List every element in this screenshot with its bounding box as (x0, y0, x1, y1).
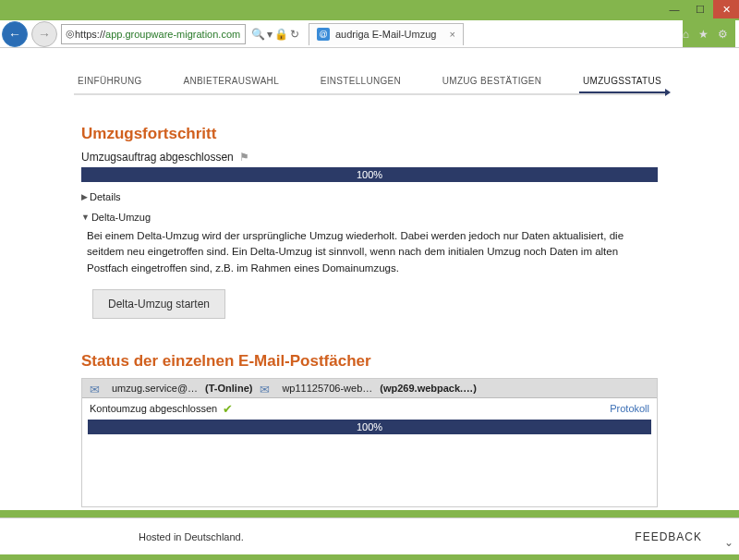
home-icon[interactable]: ⌂ (683, 28, 689, 41)
url-host: app.groupware-migration.com (105, 29, 240, 40)
url-prefix: https:// (75, 29, 105, 40)
from-address: umzug.service@… (112, 383, 198, 394)
progress-status-text: Umzugsauftrag abgeschlossen (81, 151, 234, 164)
mailbox-header: umzug.service@… (T-Online) wp11125706-we… (82, 379, 657, 398)
search-icon[interactable]: 🔍 (251, 28, 265, 41)
step-navigation: EINFÜHRUNG ANBIETERAUSWAHL EINSTELLUNGEN… (74, 48, 665, 95)
mailbox-row: Kontoumzug abgeschlossen ✔ Protokoll (82, 398, 657, 416)
details-toggle[interactable]: ▶ Details (81, 191, 665, 202)
nav-forward-button[interactable]: → (31, 21, 57, 47)
browser-tab[interactable]: @ audriga E-Mail-Umzug × (309, 23, 464, 45)
mailbox-progress-bar: 100% (88, 420, 651, 434)
from-provider: (T-Online) (205, 383, 252, 394)
hosted-text: Hosted in Deutschland. (139, 531, 244, 542)
triangle-right-icon: ▶ (81, 192, 88, 201)
window-close-button[interactable]: ✕ (713, 0, 739, 18)
progress-bar: 100% (81, 167, 658, 182)
refresh-icon[interactable]: ↻ (290, 28, 299, 41)
flag-icon: ⚑ (239, 151, 249, 164)
window-titlebar: — ☐ ✕ (0, 0, 739, 20)
delta-toggle[interactable]: ▼ Delta-Umzug (81, 212, 665, 223)
envelope-to-icon (260, 383, 274, 394)
page-footer: Hosted in Deutschland. FEEDBACK ⌄ (0, 517, 739, 554)
triangle-down-icon: ▼ (81, 213, 90, 222)
check-icon: ✔ (223, 402, 233, 416)
chevron-down-icon[interactable]: ⌄ (724, 536, 733, 549)
progress-status-line: Umzugsauftrag abgeschlossen ⚑ (81, 151, 665, 164)
window-maximize-button[interactable]: ☐ (687, 0, 713, 18)
tab-close-icon[interactable]: × (449, 29, 454, 40)
browser-chrome: ← → ◎ https:// app.groupware-migration.c… (0, 20, 739, 48)
favicon-icon: ◎ (66, 28, 75, 40)
progress-heading: Umzugsfortschritt (81, 125, 665, 143)
nav-back-button[interactable]: ← (2, 21, 28, 47)
step-einstellungen[interactable]: EINSTELLUNGEN (317, 70, 405, 91)
delta-description: Bei einem Delta-Umzug wird der ursprüngl… (87, 228, 658, 276)
browser-toolbar-icons: ⌂ ★ ⚙ (683, 20, 735, 47)
step-bestaetigen[interactable]: UMZUG BESTÄTIGEN (439, 70, 546, 91)
details-label: Details (90, 191, 121, 202)
feedback-button[interactable]: FEEDBACK (635, 530, 702, 543)
mailbox-row-status: Kontoumzug abgeschlossen (90, 403, 217, 414)
url-controls: 🔍 ▾ 🔒 ↻ (251, 28, 299, 41)
tab-title: audriga E-Mail-Umzug (335, 29, 436, 40)
favorites-icon[interactable]: ★ (698, 28, 709, 41)
dropdown-icon[interactable]: ▾ (267, 28, 273, 41)
step-anbieterauswahl[interactable]: ANBIETERAUSWAHL (179, 70, 283, 91)
settings-icon[interactable]: ⚙ (718, 28, 728, 41)
window-minimize-button[interactable]: — (661, 0, 687, 18)
mailboxes-heading: Status der einzelnen E-Mail-Postfächer (81, 352, 665, 371)
envelope-from-icon (90, 383, 104, 394)
lock-icon: 🔒 (274, 28, 288, 41)
step-einfuehrung[interactable]: EINFÜHRUNG (74, 70, 146, 91)
mailbox-spacer (82, 440, 657, 506)
page-body: EINFÜHRUNG ANBIETERAUSWAHL EINSTELLUNGEN… (0, 48, 739, 510)
tab-favicon-icon: @ (317, 28, 330, 41)
address-bar[interactable]: ◎ https:// app.groupware-migration.com (61, 24, 246, 44)
protokoll-link[interactable]: Protokoll (610, 403, 649, 414)
step-umzugsstatus[interactable]: UMZUGSSTATUS (579, 70, 665, 93)
to-provider: (wp269.webpack.…) (380, 383, 477, 394)
delta-start-button[interactable]: Delta-Umzug starten (92, 289, 225, 319)
delta-label: Delta-Umzug (91, 212, 151, 223)
mailbox-panel: umzug.service@… (T-Online) wp11125706-we… (81, 378, 658, 507)
to-address: wp11125706-web… (282, 383, 372, 394)
